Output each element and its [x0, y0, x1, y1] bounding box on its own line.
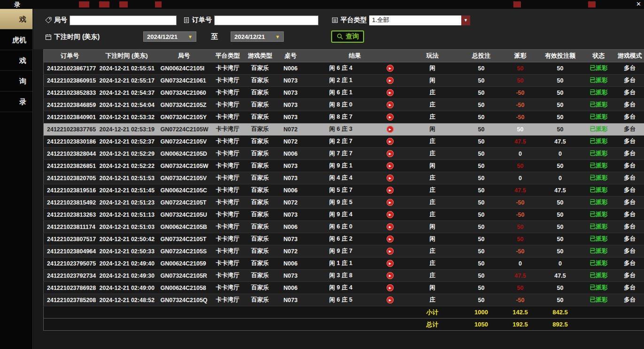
date-to-select[interactable]: 2024/12/21 ▼	[231, 31, 284, 42]
sidebar-item-live-game[interactable]: 戏	[0, 9, 32, 30]
column-header: 桌号	[276, 50, 306, 62]
table-row[interactable]: 2412210238609152024-12-21 02:55:17GN0732…	[44, 75, 644, 87]
table-row[interactable]: 2412210238409012024-12-21 02:53:32GN0732…	[44, 111, 644, 123]
sidebar-item-game[interactable]: 戏	[0, 50, 32, 71]
cell-result: 闲 4 庄 4	[306, 172, 376, 184]
table-row[interactable]: 2412210238301862024-12-21 02:52:37GN0722…	[44, 136, 644, 148]
play-video-button[interactable]: ▶	[387, 199, 394, 206]
cell-valid: 50	[539, 209, 582, 221]
table-row[interactable]: 2412210238111742024-12-21 02:51:03GN0062…	[44, 221, 644, 233]
table-row[interactable]: 2412210238207052024-12-21 02:51:53GN0732…	[44, 172, 644, 184]
query-button[interactable]: 查询	[331, 30, 364, 43]
cell-hall: 卡卡湾厅	[211, 99, 245, 111]
table-row[interactable]: 2412210238468592024-12-21 02:54:04GN0732…	[44, 99, 644, 111]
cell-time: 2024-12-21 02:54:04	[96, 99, 157, 111]
play-video-button[interactable]: ▶	[387, 223, 394, 230]
cell-side: 庄	[404, 172, 461, 184]
cell-hall: 卡卡湾厅	[211, 123, 245, 136]
cell-payout: -50	[502, 99, 539, 111]
cell-mode: 多台	[616, 62, 644, 75]
column-header: 总投注	[461, 50, 502, 62]
table-row[interactable]: 2412210237927342024-12-21 02:49:30GN0732…	[44, 270, 644, 282]
cell-game: 百家乐	[245, 123, 276, 136]
list-icon	[331, 17, 338, 23]
table-row[interactable]: 2412210238049642024-12-21 02:50:33GN0722…	[44, 245, 644, 258]
cell-side: 庄	[404, 245, 461, 258]
cell-status: 已派彩	[582, 75, 616, 87]
cell-side: 庄	[404, 148, 461, 160]
play-video-button[interactable]: ▶	[387, 235, 394, 243]
cell-time: 2024-12-21 02:51:53	[96, 172, 157, 184]
play-video-button[interactable]: ▶	[387, 89, 394, 96]
cell-side: 庄	[404, 184, 461, 197]
cell-order: 241221023792734	[44, 270, 96, 282]
cell-hall: 卡卡湾厅	[211, 172, 245, 184]
cell-time: 2024-12-21 02:50:42	[96, 233, 157, 245]
cell-bet: 50	[461, 62, 502, 75]
table-row[interactable]: 2412210238377652024-12-21 02:53:19GN0722…	[44, 123, 644, 136]
table-row[interactable]: 2412210238528332024-12-21 02:54:37GN0732…	[44, 87, 644, 99]
cell-order: 241221023807517	[44, 233, 96, 245]
bet-time-label: 下注时间 (美东)	[54, 33, 100, 41]
table-row[interactable]: 2412210238075172024-12-21 02:50:42GN0732…	[44, 233, 644, 245]
cell-time: 2024-12-21 02:51:45	[96, 184, 157, 197]
cell-payout: 47.5	[502, 136, 539, 148]
table-row[interactable]: 2412210238132632024-12-21 02:51:13GN0732…	[44, 209, 644, 221]
table-header-row: 订单号下注时间 (美东)局号平台类型游戏类型桌号结果玩法总投注派彩有效投注额状态…	[44, 50, 644, 62]
sidebar-item-slots[interactable]: 虎机	[0, 30, 32, 50]
cell-status: 已派彩	[582, 221, 616, 233]
cell-mode: 多台	[616, 160, 644, 172]
table-row[interactable]: 2412210238671772024-12-21 02:55:51GN0062…	[44, 62, 644, 75]
play-video-button[interactable]: ▶	[387, 211, 394, 218]
sidebar-item-label: 录	[19, 98, 26, 106]
order-input[interactable]	[214, 15, 318, 25]
cell-status: 已派彩	[582, 62, 616, 75]
cell-game: 百家乐	[245, 184, 276, 197]
play-video-button[interactable]: ▶	[387, 248, 394, 255]
table-row[interactable]: 2412210238195162024-12-21 02:51:45GN0062…	[44, 184, 644, 197]
play-video-button[interactable]: ▶	[387, 272, 394, 279]
table-row[interactable]: 2412210238154922024-12-21 02:51:23GN0722…	[44, 197, 644, 209]
play-video-button[interactable]: ▶	[387, 77, 394, 84]
table-row[interactable]: 2412210238280442024-12-21 02:52:29GN0062…	[44, 148, 644, 160]
sidebar-item-label: 虎机	[12, 36, 26, 44]
play-video-button[interactable]: ▶	[387, 150, 394, 157]
play-video-button[interactable]: ▶	[387, 65, 394, 72]
table-row[interactable]: 2412210237950752024-12-21 02:49:40GN0062…	[44, 258, 644, 270]
play-video-button[interactable]: ▶	[387, 174, 394, 182]
summary-cell-play	[376, 319, 404, 331]
play-video-button[interactable]: ▶	[387, 138, 394, 145]
cell-order: 241221023840901	[44, 111, 96, 123]
round-input[interactable]	[70, 15, 177, 25]
play-video-button[interactable]: ▶	[387, 101, 394, 108]
play-video-button[interactable]: ▶	[387, 162, 394, 169]
cell-order: 241221023813263	[44, 209, 96, 221]
platform-select[interactable]: 1.全部 ▼	[369, 15, 470, 25]
sidebar-item-records[interactable]: 录	[0, 91, 32, 112]
cell-payout: 47.5	[502, 184, 539, 197]
cell-play: ▶	[376, 184, 404, 197]
cell-round: GN00624C2105B	[157, 221, 211, 233]
cell-table: N006	[276, 221, 306, 233]
cell-hall: 卡卡湾厅	[211, 160, 245, 172]
play-video-button[interactable]: ▶	[387, 187, 394, 194]
play-video-button[interactable]: ▶	[387, 126, 394, 133]
play-video-button[interactable]: ▶	[387, 260, 394, 267]
date-from-select[interactable]: 2024/12/21 ▼	[143, 31, 196, 42]
cell-bet: 50	[461, 148, 502, 160]
cell-game: 百家乐	[245, 99, 276, 111]
play-video-button[interactable]: ▶	[387, 114, 394, 121]
cell-time: 2024-12-21 02:55:51	[96, 62, 157, 75]
cell-play: ▶	[376, 233, 404, 245]
play-video-button[interactable]: ▶	[387, 296, 394, 303]
sidebar-item-query[interactable]: 询	[0, 71, 32, 91]
table-row[interactable]: 2412210237869282024-12-21 02:49:00GN0062…	[44, 282, 644, 294]
table-row[interactable]: 2412210238268512024-12-21 02:52:22GN0732…	[44, 160, 644, 172]
close-icon[interactable]: ✕	[636, 0, 641, 8]
play-video-button[interactable]: ▶	[387, 284, 394, 291]
sidebar-item-label: 询	[19, 77, 26, 85]
table-row[interactable]: 2412210237852082024-12-21 02:48:52GN0732…	[44, 294, 644, 306]
cell-play: ▶	[376, 270, 404, 282]
cell-status: 已派彩	[582, 282, 616, 294]
sidebar: 戏 虎机 戏 询 录	[0, 9, 33, 349]
